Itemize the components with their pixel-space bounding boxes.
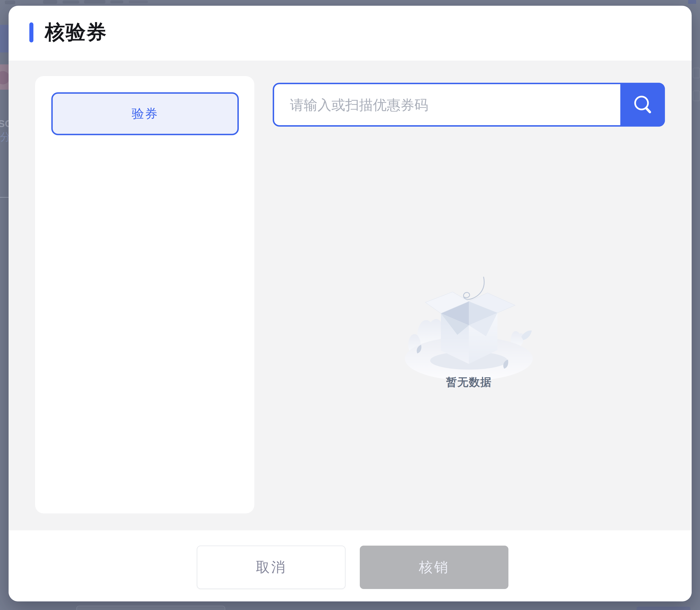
dialog-title: 核验券 <box>45 21 107 43</box>
screen: SO 分 核验券 验券 <box>0 0 700 610</box>
verify-tab-panel: 验券 <box>35 76 254 513</box>
verify-coupon-dialog: 核验券 验券 <box>9 6 691 601</box>
dimmed-page-fragment <box>0 64 9 90</box>
dialog-footer: 取消 核销 <box>9 530 691 601</box>
dimmed-page-fragment <box>63 0 79 4</box>
title-accent-bar <box>29 22 33 43</box>
cancel-button[interactable]: 取消 <box>197 546 345 589</box>
empty-state-label: 暂无数据 <box>273 375 665 390</box>
dimmed-page-fragment <box>0 71 9 84</box>
empty-box-illustration <box>402 275 535 382</box>
dimmed-page-fragment <box>693 91 700 101</box>
dimmed-text-fragment: SO <box>0 119 9 129</box>
dimmed-text-fragment: 分 <box>0 132 9 142</box>
dimmed-page-fragment <box>43 0 57 4</box>
dimmed-page-fragment <box>0 25 9 52</box>
coupon-code-input[interactable] <box>273 83 665 127</box>
verify-coupon-tab[interactable]: 验券 <box>51 92 239 135</box>
dimmed-page-fragment <box>693 68 700 78</box>
dimmed-page-fragment <box>688 0 696 4</box>
coupon-search-bar <box>273 83 665 127</box>
dimmed-page-fragment <box>129 0 148 3</box>
dimmed-page-fragment <box>0 197 9 198</box>
search-icon <box>632 94 654 116</box>
dimmed-page-fragment <box>76 606 225 610</box>
dimmed-page-left-strip: SO 分 <box>0 0 9 610</box>
dimmed-page-fragment <box>84 0 106 4</box>
dimmed-page-fragment <box>110 0 123 3</box>
dimmed-page-fragment <box>637 607 690 610</box>
confirm-redeem-button[interactable]: 核销 <box>360 546 509 589</box>
dialog-header: 核验券 <box>9 6 691 61</box>
dialog-body: 验券 <box>9 61 691 530</box>
search-button[interactable] <box>620 83 665 127</box>
